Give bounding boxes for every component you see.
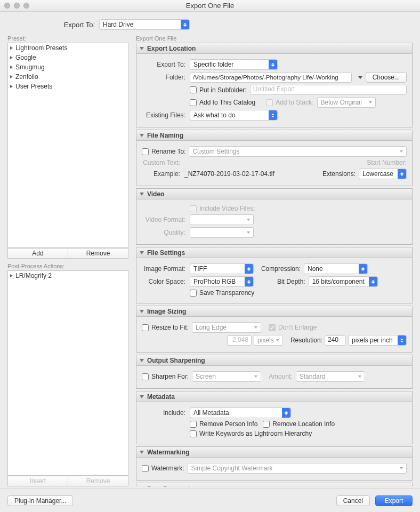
export-to-row: Export To: Hard Drive	[0, 12, 420, 35]
footer: Plug-in Manager... Cancel Export	[0, 489, 420, 512]
resize-value-input: 2,048	[227, 335, 252, 346]
add-stack-checkbox	[266, 99, 273, 106]
chevron-down-icon	[140, 310, 144, 313]
post-process-list[interactable]: LR/Mogrify 2	[7, 270, 128, 476]
remove-action-button[interactable]: Remove	[68, 476, 128, 486]
section-video: Video Include Video Files: Video Format:…	[136, 188, 413, 245]
section-output-sharpening: Output Sharpening Sharpen For: Screen Am…	[136, 355, 413, 389]
chevron-down-icon	[140, 193, 144, 196]
bit-depth-select[interactable]: 16 bits/component	[309, 276, 378, 287]
save-transparency-checkbox[interactable]	[190, 290, 197, 297]
subfolder-input[interactable]: Untitled Export	[250, 85, 407, 95]
preset-list[interactable]: Lightroom Presets Google Smugmug Zenfoli…	[7, 43, 128, 248]
plugin-manager-button[interactable]: Plug-in Manager...	[7, 495, 73, 506]
extensions-select[interactable]: Lowercase	[359, 169, 407, 179]
section-file-naming: File Naming Rename To: Custom Settings C…	[136, 130, 413, 186]
stack-position-select: Below Original	[317, 97, 376, 108]
resolution-input[interactable]: 240	[325, 335, 346, 346]
folder-dropdown-icon[interactable]	[358, 76, 362, 79]
section-header[interactable]: Post-Processing	[136, 483, 412, 486]
section-metadata: Metadata Include: All Metadata Remove Pe…	[136, 391, 413, 444]
section-watermarking: Watermarking Watermark: Simple Copyright…	[136, 446, 413, 481]
color-space-select[interactable]: ProPhoto RGB	[190, 276, 254, 287]
image-format-select[interactable]: TIFF	[190, 263, 254, 274]
resize-checkbox[interactable]	[142, 324, 149, 331]
section-header[interactable]: File Settings	[136, 247, 412, 258]
preset-label: Preset:	[7, 35, 128, 42]
watermark-checkbox[interactable]	[142, 465, 149, 472]
remove-location-checkbox[interactable]	[263, 421, 270, 428]
right-header: Export One File	[136, 35, 413, 42]
video-format-select	[190, 214, 254, 225]
add-preset-button[interactable]: Add	[7, 248, 68, 259]
chevron-down-icon	[140, 451, 144, 454]
location-export-to-select[interactable]: Specific folder	[190, 59, 278, 70]
section-header[interactable]: Video	[136, 189, 412, 199]
section-header[interactable]: Image Sizing	[136, 306, 412, 317]
export-button[interactable]: Export	[375, 495, 413, 506]
remove-preset-button[interactable]: Remove	[68, 248, 128, 259]
chevron-down-icon	[140, 395, 144, 398]
zoom-icon[interactable]	[23, 3, 29, 9]
compression-select[interactable]: None	[304, 263, 368, 274]
section-header[interactable]: File Naming	[136, 130, 412, 141]
section-header[interactable]: Watermarking	[136, 447, 412, 458]
watermark-select: Simple Copyright Watermark	[188, 463, 407, 474]
add-catalog-checkbox[interactable]	[190, 99, 197, 106]
section-header[interactable]: Export Location	[136, 43, 412, 54]
rename-to-checkbox[interactable]	[142, 148, 149, 155]
sharpen-for-select: Screen	[192, 371, 261, 382]
window-controls	[4, 3, 29, 9]
dont-enlarge-checkbox	[269, 324, 276, 331]
section-export-location: Export Location Export To: Specific fold…	[136, 43, 413, 127]
sharpen-amount-select: Standard	[296, 371, 365, 382]
chevron-down-icon	[140, 359, 144, 362]
remove-person-checkbox[interactable]	[190, 421, 197, 428]
insert-action-button[interactable]: Insert	[7, 476, 68, 486]
video-quality-select	[190, 227, 254, 238]
window-title: Export One File	[186, 2, 234, 10]
cancel-button[interactable]: Cancel	[336, 495, 370, 506]
export-to-select[interactable]: Hard Drive	[99, 19, 190, 30]
section-image-sizing: Image Sizing Resize to Fit: Long Edge Do…	[136, 306, 413, 353]
resize-mode-select: Long Edge	[192, 322, 261, 333]
put-subfolder-checkbox[interactable]	[190, 86, 197, 93]
close-icon[interactable]	[4, 3, 10, 9]
section-post-processing: Post-Processing After Export: Open in Ad…	[136, 483, 413, 486]
choose-folder-button[interactable]: Choose...	[366, 72, 407, 83]
preset-item[interactable]: User Presets	[8, 82, 128, 91]
chevron-down-icon	[140, 134, 144, 137]
pp-item[interactable]: LR/Mogrify 2	[8, 271, 128, 281]
rename-template-select: Custom Settings	[189, 146, 407, 157]
preset-item[interactable]: Lightroom Presets	[8, 43, 128, 53]
metadata-include-select[interactable]: All Metadata	[190, 407, 291, 418]
resolution-unit-select[interactable]: pixels per inch	[348, 335, 407, 346]
existing-files-select[interactable]: Ask what to do	[190, 110, 278, 121]
minimize-icon[interactable]	[14, 3, 20, 9]
write-keywords-checkbox[interactable]	[190, 430, 197, 437]
folder-path: /Volumes/Storage/Photos/-Photography Lif…	[190, 73, 352, 83]
export-to-label: Export To:	[0, 21, 99, 29]
section-file-settings: File Settings Image Format: TIFF Compres…	[136, 247, 413, 303]
filename-example: _NZ74070-2019-03-02-17-04.tif	[184, 170, 274, 178]
titlebar: Export One File	[0, 0, 420, 12]
include-video-checkbox	[190, 205, 197, 212]
preset-item[interactable]: Smugmug	[8, 62, 128, 72]
chevron-down-icon	[140, 47, 144, 50]
section-header[interactable]: Metadata	[136, 391, 412, 402]
pp-label: Post-Process Actions:	[7, 263, 128, 269]
section-header[interactable]: Output Sharpening	[136, 355, 412, 366]
preset-item[interactable]: Google	[8, 53, 128, 62]
chevron-down-icon	[140, 251, 144, 254]
sharpen-checkbox[interactable]	[142, 373, 149, 380]
resize-unit-select: pixels	[254, 335, 283, 346]
preset-item[interactable]: Zenfolio	[8, 72, 128, 82]
